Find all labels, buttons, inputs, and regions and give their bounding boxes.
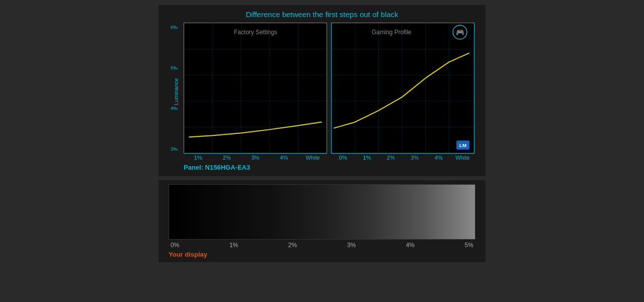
svg-text:Gaming Profile: Gaming Profile bbox=[372, 29, 412, 36]
display-x-labels: 0% 1% 2% 3% 4% 5% bbox=[169, 242, 475, 249]
right-chart-svg: Gaming Profile 🎮 LM bbox=[332, 23, 474, 153]
right-chart-canvas: Gaming Profile 🎮 LM bbox=[331, 23, 474, 154]
left-chart: 6‰ 5‰ 4‰ 3‰ bbox=[184, 23, 327, 161]
x-label-3pct: 3% bbox=[241, 155, 270, 161]
display-section: 0% 1% 2% 3% 4% 5% Your display bbox=[158, 180, 486, 262]
x-label-1pct: 1% bbox=[184, 155, 212, 161]
svg-text:🎮: 🎮 bbox=[456, 28, 465, 37]
your-display-label: Your display bbox=[169, 251, 475, 258]
left-chart-canvas: Factory Settings bbox=[184, 23, 327, 154]
x-label-white-right: White bbox=[451, 155, 475, 161]
x-label-3pct-r: 3% bbox=[403, 155, 427, 161]
chart-section: Difference between the first steps out o… bbox=[158, 5, 486, 176]
panel-label: Panel: N156HGA-EA3 bbox=[184, 164, 475, 171]
x-label-2pct: 2% bbox=[212, 155, 241, 161]
x-label-2pct-r: 2% bbox=[379, 155, 403, 161]
y-tick-3: 3‰ bbox=[171, 146, 178, 152]
main-container: Difference between the first steps out o… bbox=[0, 0, 644, 302]
x-label-white-left: White bbox=[298, 155, 327, 161]
display-x-5: 5% bbox=[465, 242, 473, 249]
y-tick-6: 6‰ bbox=[171, 25, 178, 30]
x-label-4pct-r: 4% bbox=[427, 155, 451, 161]
charts-container: 6‰ 5‰ 4‰ 3‰ bbox=[184, 23, 474, 161]
display-gradient bbox=[169, 184, 475, 240]
right-x-labels: 0% 1% 2% 3% 4% White bbox=[331, 154, 474, 161]
chart-title: Difference between the first steps out o… bbox=[169, 10, 475, 19]
svg-text:Factory Settings: Factory Settings bbox=[234, 29, 277, 36]
y-tick-5: 5‰ bbox=[171, 65, 178, 70]
left-x-labels: 1% 2% 3% 4% White bbox=[184, 154, 327, 161]
display-x-2: 2% bbox=[288, 242, 297, 249]
right-chart: Gaming Profile 🎮 LM bbox=[331, 23, 474, 161]
left-chart-svg: Factory Settings bbox=[184, 23, 327, 153]
svg-text:LM: LM bbox=[459, 142, 466, 148]
charts-row: Luminance 6‰ 5‰ 4‰ 3‰ bbox=[169, 23, 475, 161]
x-label-1pct-r: 1% bbox=[355, 155, 379, 161]
display-x-3: 3% bbox=[347, 242, 356, 249]
y-tick-4: 4‰ bbox=[171, 106, 178, 111]
display-x-1: 1% bbox=[229, 242, 238, 249]
x-label-0pct: 0% bbox=[331, 155, 355, 161]
display-x-0: 0% bbox=[171, 242, 179, 249]
x-label-4pct: 4% bbox=[270, 155, 298, 161]
display-x-4: 4% bbox=[406, 242, 415, 249]
